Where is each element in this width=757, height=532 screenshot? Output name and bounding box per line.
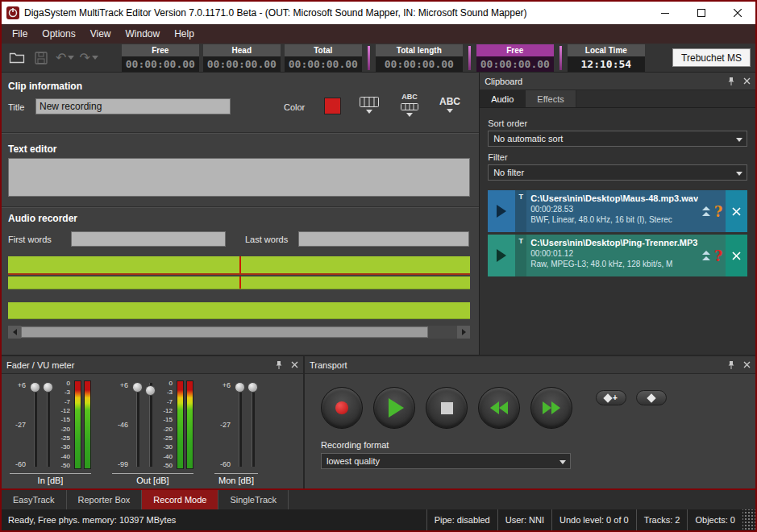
- close-panel-icon[interactable]: [743, 77, 751, 85]
- tab-effects[interactable]: Effects: [526, 90, 576, 107]
- slider-knob[interactable]: [132, 382, 143, 393]
- menu-window[interactable]: Window: [119, 24, 168, 44]
- status-pipe: Pipe: disabled: [426, 509, 497, 530]
- minimize-icon: [661, 9, 669, 17]
- section-divider: [2, 132, 479, 134]
- playhead-cursor[interactable]: [239, 276, 241, 289]
- undo-button[interactable]: ↶: [56, 52, 74, 64]
- slider-scale: +6 -46 -99: [112, 380, 130, 469]
- abc-dropdown-button[interactable]: ABC: [430, 85, 469, 124]
- fader-vu-panel: Fader / VU meter +6 -27 -60: [2, 356, 305, 488]
- pin-icon[interactable]: [275, 360, 283, 370]
- scroll-right-button[interactable]: [457, 326, 470, 339]
- slider-knob[interactable]: [30, 382, 40, 393]
- last-words-label: Last words: [245, 235, 288, 244]
- waveform-track-3[interactable]: [8, 302, 470, 319]
- dropdown-arrow-icon: [736, 138, 742, 142]
- waveform-track-1[interactable]: [8, 256, 470, 275]
- recording-format-select[interactable]: lowest quality: [321, 453, 571, 469]
- entry-play-button[interactable]: [488, 235, 515, 276]
- slider-knob[interactable]: [235, 382, 245, 393]
- first-words-input[interactable]: [71, 231, 226, 247]
- tab-singletrack[interactable]: SingleTrack: [218, 490, 289, 509]
- slider-knob[interactable]: [43, 382, 53, 393]
- filter-value: No filter: [493, 168, 524, 177]
- color-swatch-button[interactable]: [324, 98, 341, 114]
- clipboard-panel: Clipboard Audio Effects Sort order No au…: [480, 73, 755, 355]
- filter-label: Filter: [488, 152, 747, 162]
- counter-label: Head: [203, 44, 281, 56]
- fader-panel-title: Fader / VU meter: [6, 360, 74, 370]
- pin-icon[interactable]: [727, 360, 735, 370]
- playhead-cursor[interactable]: [239, 256, 241, 273]
- open-button[interactable]: [6, 48, 27, 69]
- track-flag: T: [515, 235, 526, 276]
- tab-record-mode[interactable]: Record Mode: [142, 490, 218, 509]
- status-question-icon: ?: [711, 235, 726, 276]
- dropdown-arrow-icon: [447, 109, 453, 113]
- recording-format-label: Recording format: [321, 440, 755, 450]
- record-button[interactable]: [321, 387, 363, 429]
- entry-remove-button[interactable]: [726, 190, 747, 232]
- close-button[interactable]: [719, 2, 755, 24]
- fast-forward-button[interactable]: [530, 387, 572, 429]
- collapse-chevrons-icon[interactable]: [701, 190, 711, 232]
- fader-slider[interactable]: [132, 380, 143, 469]
- fader-slider[interactable]: [43, 380, 53, 469]
- menu-file[interactable]: File: [5, 24, 35, 44]
- keyboard-dropdown-button[interactable]: [350, 85, 389, 124]
- save-button[interactable]: [31, 48, 52, 69]
- stop-button[interactable]: [426, 387, 468, 429]
- rewind-button[interactable]: [478, 387, 520, 429]
- slider-knob[interactable]: [145, 385, 156, 396]
- collapse-chevrons-icon[interactable]: [701, 235, 711, 276]
- fader-slider[interactable]: [247, 380, 258, 469]
- entry-duration: 00:00:28.53: [530, 205, 698, 214]
- fader-panel-header: Fader / VU meter: [2, 356, 303, 374]
- sort-order-select[interactable]: No automatic sort: [488, 131, 747, 147]
- entry-play-button[interactable]: [488, 190, 515, 232]
- menu-help[interactable]: Help: [167, 24, 202, 44]
- slider-knob[interactable]: [247, 382, 258, 393]
- horizontal-scrollbar[interactable]: [8, 326, 470, 339]
- object-marker-button[interactable]: [636, 390, 667, 405]
- text-editor-area[interactable]: [8, 158, 470, 197]
- clip-title-input[interactable]: [35, 98, 231, 114]
- tab-reporter-box[interactable]: Reporter Box: [67, 490, 143, 509]
- counter-value: 12:10:54: [568, 56, 645, 72]
- tab-audio[interactable]: Audio: [480, 90, 526, 107]
- menu-options[interactable]: Options: [35, 24, 82, 44]
- fader-slider[interactable]: [30, 380, 40, 469]
- waveform-track-2[interactable]: [8, 276, 470, 289]
- counter-free-purple: Free 00:00:00.00: [476, 44, 554, 72]
- title-bar: DigaSystem MultiTrack Editor Version 7.0…: [2, 2, 755, 24]
- close-panel-icon[interactable]: [743, 361, 751, 368]
- abc-keyboard-dropdown-button[interactable]: ABC: [390, 85, 429, 124]
- last-words-input[interactable]: [298, 231, 469, 247]
- minimize-button[interactable]: [647, 2, 683, 24]
- scroll-left-button[interactable]: [8, 326, 21, 339]
- menu-view[interactable]: View: [83, 24, 119, 44]
- close-panel-icon[interactable]: [291, 361, 298, 368]
- fader-slider[interactable]: [145, 380, 156, 469]
- maximize-button[interactable]: [683, 2, 719, 24]
- vu-meter: [84, 380, 91, 469]
- folder-icon: [9, 52, 25, 64]
- font-selector-button[interactable]: Trebuchet MS: [672, 48, 751, 67]
- clipboard-entry[interactable]: T C:\Users\nin\Desktop\Maus-48.mp3.wav 0…: [488, 190, 747, 232]
- redo-button[interactable]: ↷: [79, 52, 98, 64]
- tab-easytrack[interactable]: EasyTrack: [2, 490, 67, 509]
- clipboard-entry[interactable]: T C:\Users\nin\Desktop\Ping-Trenner.MP3 …: [488, 235, 747, 276]
- scrollbar-thumb[interactable]: [21, 326, 428, 338]
- sort-order-label: Sort order: [488, 118, 747, 128]
- resize-grip[interactable]: [742, 509, 755, 530]
- fader-slider[interactable]: [235, 380, 245, 469]
- entry-info: C:\Users\nin\Desktop\Ping-Trenner.MP3 00…: [526, 235, 701, 276]
- play-button[interactable]: [373, 387, 415, 429]
- insert-object-button[interactable]: +: [596, 390, 626, 405]
- counter-value: 00:00:00.00: [376, 56, 463, 72]
- pin-icon[interactable]: [727, 77, 735, 86]
- filter-select[interactable]: No filter: [488, 164, 747, 181]
- transport-header: Transport: [305, 356, 755, 374]
- entry-remove-button[interactable]: [726, 235, 747, 276]
